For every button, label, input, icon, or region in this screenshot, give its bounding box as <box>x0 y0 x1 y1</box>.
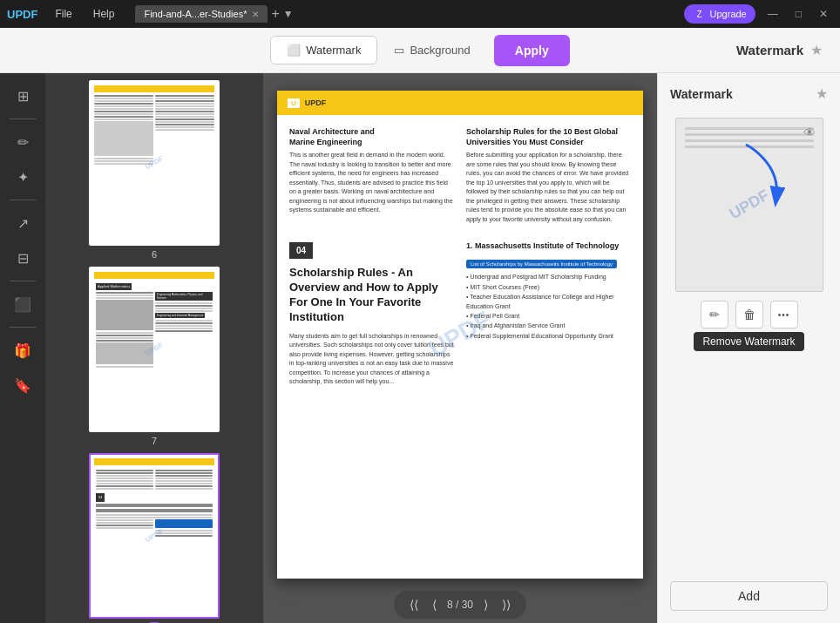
page-info: 8 / 30 <box>447 599 473 611</box>
last-page-button[interactable]: ⟩⟩ <box>498 596 514 613</box>
toolbar: ⬜ Watermark ▭ Background Apply Watermark… <box>0 28 840 73</box>
apply-button[interactable]: Apply <box>494 35 570 66</box>
watermark-preview-area: UPDF 👁 ✏ 🗑 ••• Remove Watermark <box>658 109 840 572</box>
bullet-4: • Iraq and Afghanistan Service Grant <box>466 321 631 330</box>
first-page-button[interactable]: ⟨⟨ <box>406 596 422 613</box>
pdf-chapter-right: 1. Massachusetts Institute of Technology… <box>466 241 631 387</box>
panel-title-label: Watermark <box>736 43 803 58</box>
sidebar-icon-edit[interactable]: ✏ <box>7 126 38 158</box>
pdf-mit-title: 1. Massachusetts Institute of Technology <box>466 241 631 250</box>
add-button[interactable]: Add <box>670 581 828 611</box>
thumb-frame-8: 04 <box>89 453 220 619</box>
thumb-frame-7: Applied Mathematics <box>89 267 220 432</box>
sidebar-divider-4 <box>10 327 36 328</box>
bullet-1: • MIT Short Courses (Free) <box>466 282 631 292</box>
pdf-right-title: Scholarship Rules for the 10 Best Global… <box>466 127 631 147</box>
pdf-page: U UPDF Naval Architecture and Marine Eng… <box>277 91 643 579</box>
bullet-0: • Undergrad and Postgrad MIT Scholarship… <box>466 272 631 281</box>
sidebar-icon-pages2[interactable]: ⊟ <box>7 242 38 274</box>
sidebar-divider-1 <box>10 119 36 119</box>
right-panel-header: Watermark ★ <box>658 73 840 109</box>
left-sidebar: ⊞ ✏ ✦ ↗ ⊟ ⬛ 🎁 🔖 <box>0 73 45 623</box>
sidebar-divider-3 <box>10 281 36 281</box>
watermark-canvas: UPDF 👁 <box>675 118 823 292</box>
prev-page-button[interactable]: ⟨ <box>429 596 440 613</box>
tool-group: ⬜ Watermark ▭ Background Apply <box>270 35 569 66</box>
sidebar-icon-stamp[interactable]: ⬛ <box>7 288 38 320</box>
thumbnails-panel: UPDF 6 Applied Mathematics <box>45 73 263 623</box>
content-area: U UPDF Naval Architecture and Marine Eng… <box>263 73 657 623</box>
minimize-button[interactable]: — <box>762 6 783 22</box>
watermark-icon: ⬜ <box>287 44 301 57</box>
thumbnail-page-7[interactable]: Applied Mathematics <box>89 267 220 446</box>
sidebar-icon-annotate[interactable]: ✦ <box>7 161 38 193</box>
right-panel-title: Watermark <box>670 87 733 101</box>
pdf-bullets: • Undergrad and Postgrad MIT Scholarship… <box>466 272 631 340</box>
upgrade-avatar: Z <box>693 7 707 21</box>
maximize-button[interactable]: □ <box>790 6 807 22</box>
pagination-bar: ⟨⟨ ⟨ 8 / 30 ⟩ ⟩⟩ <box>394 591 526 619</box>
pdf-col-right: Scholarship Rules for the 10 Best Global… <box>466 127 631 229</box>
thumb-content-7: Applied Mathematics <box>91 268 218 430</box>
thumb-content-8: 04 <box>91 455 218 617</box>
tab-bar: Find-and-A...er-Studies* ✕ + ▼ <box>135 5 676 23</box>
pdf-mit-badge: List of Scholarships by Massachusetts In… <box>466 260 617 268</box>
app-logo: UPDF <box>7 8 37 21</box>
tab-close-icon[interactable]: ✕ <box>252 10 259 19</box>
watermark-tool-button[interactable]: ⬜ Watermark <box>270 36 377 64</box>
pdf-col-left: Naval Architecture and Marine Engineerin… <box>289 127 454 229</box>
wm-delete-button[interactable]: 🗑 <box>735 301 763 328</box>
wm-more-button[interactable]: ••• <box>770 301 798 328</box>
star-icon[interactable]: ★ <box>810 42 823 58</box>
bullet-3: • Federal Pell Grant <box>466 311 631 321</box>
wm-edit-button[interactable]: ✏ <box>701 301 728 328</box>
tab-current[interactable]: Find-and-A...er-Studies* ✕ <box>135 5 268 23</box>
bullet-5: • Federal Supplemental Educational Oppor… <box>466 331 631 341</box>
sidebar-icon-export[interactable]: ↗ <box>7 207 38 239</box>
pdf-logo-box: U <box>288 98 300 108</box>
thumb-label-7: 7 <box>152 436 157 446</box>
tab-label: Find-and-A...er-Studies* <box>144 9 247 19</box>
sidebar-icon-pages[interactable]: ⊞ <box>7 80 38 112</box>
next-page-button[interactable]: ⟩ <box>480 596 491 613</box>
close-button[interactable]: ✕ <box>814 6 833 22</box>
right-panel: Watermark ★ <box>657 73 840 623</box>
sidebar-icon-bookmark[interactable]: 🔖 <box>7 369 38 401</box>
watermark-label: Watermark <box>306 44 361 57</box>
pdf-right-intro: Before submitting your application for a… <box>466 151 631 224</box>
titlebar-right: Z Upgrade — □ ✕ <box>684 4 833 24</box>
sidebar-icon-gift[interactable]: 🎁 <box>7 335 38 366</box>
thumbnail-page-6[interactable]: UPDF 6 <box>89 80 220 260</box>
upgrade-button[interactable]: Z Upgrade <box>684 4 755 24</box>
thumb-content-6: UPDF <box>91 82 218 244</box>
pdf-header: U UPDF <box>277 91 643 115</box>
titlebar: UPDF File Help Find-and-A...er-Studies* … <box>0 0 840 28</box>
sidebar-divider-2 <box>10 200 36 200</box>
background-tool-button[interactable]: ▭ Background <box>377 36 486 64</box>
menu-help[interactable]: Help <box>86 6 122 22</box>
wm-hide-button[interactable]: 👁 <box>803 125 816 139</box>
main-layout: ⊞ ✏ ✦ ↗ ⊟ ⬛ 🎁 🔖 <box>0 73 840 623</box>
right-panel-footer: Add <box>658 572 840 623</box>
pdf-chapter-num: 04 <box>289 242 313 259</box>
pdf-logo-text: UPDF <box>305 98 327 107</box>
pdf-left-body: This is another great field in demand in… <box>289 151 454 215</box>
thumb-frame-6: UPDF <box>89 80 220 246</box>
menu-file[interactable]: File <box>48 6 78 22</box>
background-icon: ▭ <box>394 44 404 57</box>
panel-star-icon[interactable]: ★ <box>816 85 828 102</box>
pdf-chapter-section: 04 Scholarship Rules - An Overview and H… <box>277 241 643 396</box>
tab-more-icon[interactable]: ▼ <box>283 8 294 20</box>
pdf-body-top: Naval Architecture and Marine Engineerin… <box>277 115 643 241</box>
remove-watermark-tooltip: Remove Watermark <box>694 332 803 351</box>
toolbar-right: Watermark ★ <box>736 42 823 58</box>
background-label: Background <box>410 44 470 57</box>
tab-add-icon[interactable]: + <box>271 6 279 22</box>
pdf-chapter-left: 04 Scholarship Rules - An Overview and H… <box>289 241 454 387</box>
upgrade-label: Upgrade <box>710 9 747 19</box>
pdf-left-title: Naval Architecture and Marine Engineerin… <box>289 127 454 147</box>
pdf-main-title: Scholarship Rules - An Overview and How … <box>289 266 454 325</box>
bullet-2: • Teacher Education Assistance for Colle… <box>466 292 631 311</box>
thumbnail-page-8[interactable]: 04 <box>89 453 220 623</box>
wm-line-1 <box>685 127 814 130</box>
